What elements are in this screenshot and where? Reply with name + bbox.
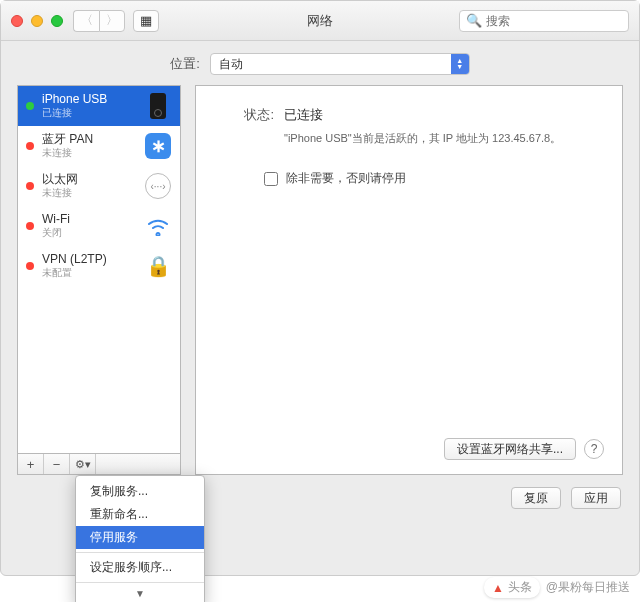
zoom-button[interactable] [51, 15, 63, 27]
status-dot-icon [26, 222, 34, 230]
detail-panel: 状态: 已连接 "iPhone USB"当前是活跃的，其 IP 地址为 123.… [195, 85, 623, 475]
show-all-button[interactable]: ▦ [133, 10, 159, 32]
menu-set-service-order[interactable]: 设定服务顺序... [76, 556, 204, 579]
ethernet-icon: ‹···› [144, 172, 172, 200]
status-dot-icon [26, 102, 34, 110]
location-value: 自动 [219, 56, 451, 73]
location-dropdown[interactable]: 自动 ▲▼ [210, 53, 470, 75]
nav-buttons: 〈 〉 [73, 10, 125, 32]
location-label: 位置: [170, 55, 200, 73]
menu-rename-service[interactable]: 重新命名... [76, 503, 204, 526]
service-status: 未配置 [42, 266, 136, 280]
add-service-button[interactable]: + [18, 454, 44, 474]
menu-disable-service[interactable]: 停用服务 [76, 526, 204, 549]
watermark-logo-icon: ▲ [492, 581, 504, 595]
service-name: VPN (L2TP) [42, 252, 136, 266]
status-label: 状态: [214, 106, 274, 124]
location-row: 位置: 自动 ▲▼ [1, 41, 639, 85]
menu-separator [76, 552, 204, 553]
checkbox-label: 除非需要，否则请停用 [286, 170, 406, 187]
watermark-prefix: 头条 [508, 579, 532, 596]
sidebar-item-wifi[interactable]: Wi-Fi 关闭 [18, 206, 180, 246]
service-actions-button[interactable]: ⚙︎▾ [70, 454, 96, 474]
service-toolbar: + − ⚙︎▾ [17, 453, 181, 475]
service-status: 未连接 [42, 146, 136, 160]
apply-button[interactable]: 应用 [571, 487, 621, 509]
dropdown-arrows-icon: ▲▼ [451, 54, 469, 74]
bluetooth-icon: ∗ [144, 132, 172, 160]
bluetooth-sharing-button[interactable]: 设置蓝牙网络共享... [444, 438, 576, 460]
status-description: "iPhone USB"当前是活跃的，其 IP 地址为 123.45.67.8。 [284, 130, 604, 146]
search-input[interactable] [486, 14, 622, 28]
network-preferences-window: 〈 〉 ▦ 网络 🔍 位置: 自动 ▲▼ iPhone USB [0, 0, 640, 576]
disable-unless-needed-checkbox[interactable] [264, 172, 278, 186]
menu-separator [76, 582, 204, 583]
service-name: iPhone USB [42, 92, 136, 106]
titlebar: 〈 〉 ▦ 网络 🔍 [1, 1, 639, 41]
help-button[interactable]: ? [584, 439, 604, 459]
sidebar-item-ethernet[interactable]: 以太网 未连接 ‹···› [18, 166, 180, 206]
grid-icon: ▦ [140, 13, 152, 28]
remove-service-button[interactable]: − [44, 454, 70, 474]
status-dot-icon [26, 142, 34, 150]
status-dot-icon [26, 182, 34, 190]
window-controls [11, 15, 63, 27]
service-status: 未连接 [42, 186, 136, 200]
watermark-text: @果粉每日推送 [546, 579, 630, 596]
service-list: iPhone USB 已连接 蓝牙 PAN 未连接 ∗ [17, 85, 181, 453]
menu-duplicate-service[interactable]: 复制服务... [76, 480, 204, 503]
menu-scroll-down-icon[interactable]: ▼ [76, 586, 204, 601]
status-dot-icon [26, 262, 34, 270]
sidebar-item-vpn[interactable]: VPN (L2TP) 未配置 🔒 [18, 246, 180, 286]
service-name: 以太网 [42, 172, 136, 186]
lock-icon: 🔒 [144, 252, 172, 280]
sidebar-item-bluetooth-pan[interactable]: 蓝牙 PAN 未连接 ∗ [18, 126, 180, 166]
service-context-menu: 复制服务... 重新命名... 停用服务 设定服务顺序... ▼ [75, 475, 205, 602]
search-icon: 🔍 [466, 13, 482, 28]
revert-button[interactable]: 复原 [511, 487, 561, 509]
service-name: 蓝牙 PAN [42, 132, 136, 146]
service-name: Wi-Fi [42, 212, 136, 226]
phone-icon [144, 92, 172, 120]
watermark: ▲ 头条 @果粉每日推送 [484, 577, 630, 598]
service-status: 关闭 [42, 226, 136, 240]
close-button[interactable] [11, 15, 23, 27]
status-value: 已连接 [284, 106, 323, 124]
forward-button[interactable]: 〉 [99, 10, 125, 32]
back-button[interactable]: 〈 [73, 10, 99, 32]
service-status: 已连接 [42, 106, 136, 120]
minimize-button[interactable] [31, 15, 43, 27]
sidebar-item-iphone-usb[interactable]: iPhone USB 已连接 [18, 86, 180, 126]
wifi-icon [144, 212, 172, 240]
search-field[interactable]: 🔍 [459, 10, 629, 32]
